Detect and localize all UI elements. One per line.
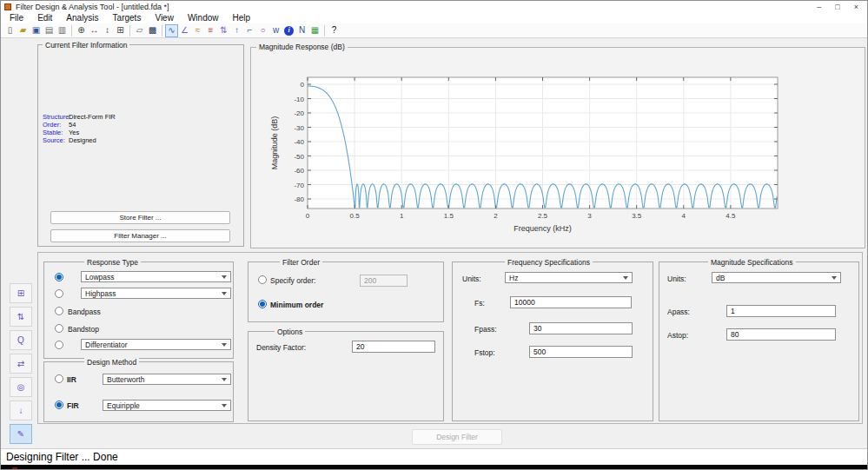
menu-targets[interactable]: Targets [106, 13, 149, 23]
density-factor-label: Density Factor: [256, 343, 306, 352]
quantization-parameters-button[interactable]: Q [10, 330, 32, 350]
menu-file[interactable]: File [3, 13, 30, 23]
status-text: Designing Filter ... Done [6, 451, 118, 463]
design-filter-sidebar-button[interactable]: ✎ [10, 424, 32, 444]
menu-view[interactable]: View [148, 13, 181, 23]
radio-differentiator[interactable] [55, 341, 63, 349]
x-tick-label: 3.5 [632, 212, 642, 220]
highpass-dropdown[interactable]: Highpass [81, 288, 231, 299]
magnitude-and-phase-icon[interactable]: ≈ [191, 24, 204, 37]
print-preview-icon[interactable]: ▥ [56, 24, 69, 37]
pole-zero-plot-icon[interactable]: ○ [256, 24, 269, 37]
radio-bandstop[interactable] [55, 324, 63, 333]
fs-value: 10000 [514, 298, 535, 307]
store-filter-button[interactable]: Store Filter ... [50, 211, 230, 224]
title-bar: Filter Design & Analysis Tool - [untitle… [1, 1, 867, 12]
design-filter-button[interactable]: Design Filter [412, 429, 502, 445]
print-icon[interactable]: ▤ [43, 24, 56, 37]
radio-highpass[interactable] [55, 289, 63, 298]
apass-value: 1 [731, 307, 735, 315]
step-response-icon[interactable]: ⌐ [243, 24, 256, 37]
differentiator-dropdown[interactable]: Differentiator [81, 339, 231, 350]
y-axis-label: Magnitude (dB) [270, 116, 279, 170]
full-view-icon[interactable]: ⊞ [114, 24, 127, 37]
current-filter-info-fields: Structure:Direct-Form FIROrder:54Stable:… [43, 113, 116, 144]
filter-information-icon[interactable]: i [282, 24, 295, 37]
specify-order-input[interactable]: 200 [360, 275, 407, 287]
y-tick-label: -50 [294, 153, 304, 161]
transform-filter-button[interactable]: ⇄ [10, 354, 32, 374]
freq-units-value: Hz [509, 274, 518, 282]
lowpass-dropdown[interactable]: Lowpass [81, 271, 231, 282]
phase-delay-icon[interactable]: ⇅ [217, 24, 230, 37]
minimum-order-label: Minimum order [270, 301, 323, 309]
radio-specify-order[interactable] [258, 275, 267, 284]
save-session-icon[interactable]: ▣ [30, 24, 43, 37]
zoom-in-icon[interactable]: ⊕ [75, 24, 88, 37]
chevron-down-icon [222, 378, 227, 381]
status-bar: Designing Filter ... Done [1, 448, 867, 465]
magnitude-response-icon[interactable]: ∿ [165, 24, 178, 37]
zoom-y-icon[interactable]: ↕ [101, 24, 114, 37]
density-factor-value: 20 [356, 342, 364, 351]
filter-manager-button[interactable]: Filter Manager ... [50, 229, 230, 242]
filter-info-value: Direct-Form FIR [69, 113, 116, 121]
pole-zero-editor-button[interactable]: ◎ [10, 377, 32, 397]
fpass-input[interactable]: 30 [529, 322, 633, 334]
menu-edit[interactable]: Edit [30, 13, 59, 23]
multirate-filter-button[interactable]: ⇅ [10, 307, 32, 327]
apass-input[interactable]: 1 [726, 305, 836, 317]
menu-help[interactable]: Help [225, 13, 257, 23]
bandpass-label: Bandpass [68, 308, 101, 316]
density-factor-input[interactable]: 20 [352, 341, 435, 353]
fs-input[interactable]: 10000 [510, 296, 632, 308]
import-filter-button[interactable]: ↓ [10, 400, 32, 420]
fir-method-dropdown[interactable]: Equiripple [103, 400, 231, 411]
chevron-down-icon [222, 404, 227, 407]
x-tick-label: 0.5 [350, 212, 361, 220]
grid-icon[interactable]: ▦ [308, 24, 321, 37]
radio-iir[interactable] [55, 374, 63, 383]
filter-info-label: Structure: [43, 113, 69, 121]
filter-coefficients-icon[interactable]: w [269, 24, 282, 37]
zoom-x-icon[interactable]: ↔ [88, 24, 101, 37]
radio-minimum-order[interactable] [258, 300, 267, 308]
magnitude-response-chart: 00.511.522.533.544.50-10-20-30-40-50-60-… [251, 48, 865, 248]
close-button[interactable]: × [854, 3, 858, 11]
maximize-button[interactable]: □ [835, 3, 839, 11]
mag-units-dropdown[interactable]: dB [712, 272, 841, 283]
realize-model-button[interactable]: ⊞ [10, 283, 32, 303]
plot-title: Magnitude Response (dB) [256, 43, 348, 51]
freq-units-dropdown[interactable]: Hz [505, 272, 633, 283]
phase-response-icon[interactable]: ∠ [178, 24, 191, 37]
iir-method-value: Butterworth [107, 375, 144, 384]
whats-this-help-icon[interactable]: ? [328, 24, 341, 37]
impulse-response-icon[interactable]: ↑ [230, 24, 243, 37]
print-to-figure-icon[interactable]: ▩ [146, 24, 159, 37]
toolbar-separator [324, 25, 325, 36]
chevron-down-icon [222, 343, 227, 347]
design-method-group: Design Method [43, 361, 234, 422]
open-session-icon[interactable]: ▰ [17, 24, 30, 37]
filter-info-value: 54 [69, 121, 76, 129]
menu-analysis[interactable]: Analysis [59, 13, 105, 23]
magnitude-specs-title: Magnitude Specifications [708, 258, 796, 267]
y-tick-label: -80 [294, 195, 304, 203]
menu-window[interactable]: Window [181, 13, 226, 23]
fstop-input[interactable]: 500 [529, 346, 633, 358]
iir-method-dropdown[interactable]: Butterworth [103, 374, 231, 385]
filter-info-label: Order: [43, 121, 69, 129]
group-delay-icon[interactable]: ≡ [204, 24, 217, 37]
astop-input[interactable]: 80 [726, 328, 836, 341]
filter-info-row: Stable:Yes [43, 129, 116, 136]
chevron-down-icon [623, 276, 628, 280]
minimize-button[interactable]: – [817, 3, 821, 11]
legend-icon[interactable]: N [295, 24, 308, 37]
radio-fir[interactable] [55, 400, 63, 409]
radio-bandpass[interactable] [55, 307, 63, 315]
new-session-icon[interactable]: ▯ [3, 24, 17, 37]
radio-lowpass[interactable] [55, 273, 63, 281]
magnitude-specs-group: Magnitude Specifications [659, 261, 859, 421]
y-tick-label: 0 [301, 81, 305, 89]
copy-icon[interactable]: ▱ [133, 24, 146, 37]
